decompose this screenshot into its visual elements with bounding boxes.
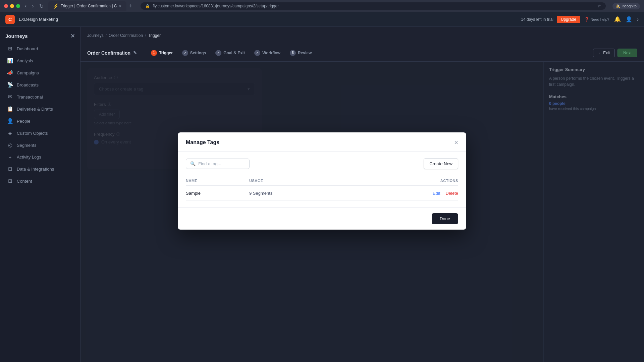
incognito-badge: 🕵 Incognito	[612, 3, 640, 9]
tags-table-header: NAME USAGE ACTIONS	[186, 176, 458, 186]
close-window-btn[interactable]	[4, 4, 8, 8]
sidebar-item-segments[interactable]: ◎ Segments	[0, 139, 80, 151]
upgrade-btn[interactable]: Upgrade	[557, 16, 580, 23]
sidebar-item-deliveries[interactable]: 📋 Deliveries & Drafts	[0, 103, 80, 115]
breadcrumb-sep1: /	[106, 33, 107, 38]
sidebar-item-transactional[interactable]: ✉ Transactional	[0, 91, 80, 103]
broadcasts-icon: 📡	[7, 82, 13, 88]
create-new-tag-btn[interactable]: Create New	[424, 158, 458, 169]
tag-search-box[interactable]: 🔍	[186, 159, 250, 169]
dialog-close-btn[interactable]: ×	[454, 139, 458, 146]
trigger-summary-title: Trigger Summary	[549, 67, 639, 72]
app-topbar: C LXDesign Marketing 14 days left in tri…	[0, 12, 644, 27]
tag-search-input[interactable]	[198, 161, 245, 166]
tags-table-body: Sample 9 Segments Edit Delete	[186, 186, 458, 201]
chevron-down-icon[interactable]: ›	[637, 16, 639, 22]
sidebar-item-label: Deliveries & Drafts	[17, 107, 53, 112]
breadcrumb-bar: Journeys / Order Confirmation / Trigger	[80, 27, 644, 44]
tags-table: NAME USAGE ACTIONS Sample 9 Segments Edi…	[186, 176, 458, 201]
app-logo: C	[5, 15, 15, 24]
org-name: LXDesign Marketing	[19, 17, 521, 22]
journey-title-bar: Order Confirmation ✎ 1 Trigger ✓ Setting…	[80, 44, 644, 62]
sidebar-close-btn[interactable]: ✕	[70, 33, 75, 39]
sidebar-item-label: Broadcasts	[17, 82, 39, 87]
manage-tags-dialog: Manage Tags × 🔍 Create New NAME USAGE	[178, 132, 466, 230]
step-tab-goal-exit[interactable]: ✓ Goal & Exit	[211, 48, 250, 58]
col-usage: USAGE	[249, 176, 349, 186]
tab-close-btn[interactable]: ×	[119, 3, 122, 9]
sidebar-item-dashboard[interactable]: ⊞ Dashboard	[0, 43, 80, 55]
step-num-1: 1	[151, 50, 157, 56]
breadcrumb-journeys[interactable]: Journeys	[87, 33, 104, 38]
tab-title: Trigger | Order Confirmation | C	[61, 4, 117, 8]
step-tabs: 1 Trigger ✓ Settings ✓ Goal & Exit ✓ Wor…	[146, 48, 590, 58]
bookmark-icon: ☆	[597, 4, 601, 8]
analytics-icon: 📊	[7, 58, 13, 64]
trial-badge: 14 days left in trial	[521, 17, 553, 22]
dialog-title: Manage Tags	[186, 139, 219, 145]
matches-title: Matches	[549, 94, 639, 99]
tag-action-buttons: Edit Delete	[349, 191, 458, 196]
notifications-icon[interactable]: 🔔	[614, 16, 621, 22]
maximize-window-btn[interactable]	[16, 4, 20, 8]
col-name: NAME	[186, 176, 249, 186]
sidebar-item-label: Transactional	[17, 95, 43, 100]
journey-name: Order Confirmation	[87, 50, 130, 56]
lock-icon: 🔒	[145, 4, 150, 8]
edit-journey-name-icon[interactable]: ✎	[133, 50, 137, 55]
browser-action-btns: 🕵 Incognito	[612, 3, 640, 9]
sidebar-item-label: Content	[17, 179, 32, 184]
exit-btn[interactable]: ← Exit	[593, 49, 615, 57]
address-bar[interactable]: 🔒 fly.customer.io/workspaces/160831/jour…	[141, 2, 606, 10]
help-icon[interactable]: ❓ Need help?	[584, 17, 609, 22]
content-icon: ⊞	[7, 178, 13, 184]
matches-desc: have received this campaign	[549, 106, 639, 112]
step-tab-trigger[interactable]: 1 Trigger	[146, 48, 177, 58]
step-label-settings: Settings	[190, 51, 206, 55]
delete-tag-link[interactable]: Delete	[445, 191, 458, 196]
sidebar-item-label: Analysis	[17, 58, 33, 63]
step-tab-settings[interactable]: ✓ Settings	[177, 48, 211, 58]
breadcrumb-order-confirmation[interactable]: Order Confirmation	[109, 33, 143, 38]
sidebar-item-campaigns[interactable]: 📣 Campaigns	[0, 67, 80, 79]
dialog-body: 🔍 Create New NAME USAGE ACTIONS Sample	[178, 152, 466, 207]
step-tab-workflow[interactable]: ✓ Workflow	[250, 48, 285, 58]
sidebar-item-activity-logs[interactable]: + Activity Logs	[0, 151, 80, 163]
next-btn[interactable]: Next	[618, 49, 637, 57]
done-btn[interactable]: Done	[432, 213, 458, 224]
sidebar-item-label: Segments	[17, 143, 37, 148]
custom-objects-icon: ◈	[7, 130, 13, 136]
step-label-workflow: Workflow	[262, 51, 280, 55]
active-tab[interactable]: ⚡ Trigger | Order Confirmation | C ×	[48, 1, 126, 11]
sidebar-item-analytics[interactable]: 📊 Analysis	[0, 55, 80, 67]
activity-logs-icon: +	[7, 154, 13, 160]
sidebar-item-data-integrations[interactable]: ⊟ Data & Integrations	[0, 163, 80, 175]
breadcrumb-trigger: Trigger	[148, 33, 161, 38]
sidebar-item-broadcasts[interactable]: 📡 Broadcasts	[0, 79, 80, 91]
tag-actions-cell: Edit Delete	[349, 186, 458, 201]
sidebar-item-content[interactable]: ⊞ Content	[0, 175, 80, 187]
dashboard-icon: ⊞	[7, 46, 13, 52]
sidebar-header: Journeys ✕	[0, 29, 80, 43]
sidebar-item-label: Dashboard	[17, 46, 38, 51]
edit-tag-link[interactable]: Edit	[433, 191, 440, 196]
sidebar-item-people[interactable]: 👤 People	[0, 115, 80, 127]
incognito-icon: 🕵	[616, 4, 621, 8]
tab-favicon: ⚡	[53, 3, 59, 9]
forward-btn[interactable]: ›	[30, 2, 36, 10]
browser-nav: ‹ › ↻	[23, 2, 46, 10]
back-btn[interactable]: ‹	[23, 2, 29, 10]
tab-bar: ⚡ Trigger | Order Confirmation | C × +	[48, 1, 134, 11]
url-text: fly.customer.io/workspaces/160831/journe…	[153, 4, 279, 8]
new-tab-btn[interactable]: +	[128, 3, 134, 10]
reload-btn[interactable]: ↻	[37, 2, 46, 10]
step-check-4: ✓	[254, 50, 260, 56]
step-tab-review[interactable]: 5 Review	[285, 48, 316, 58]
step-check-5: 5	[290, 50, 296, 56]
trigger-summary-desc: A person performs the chosen event. Trig…	[549, 75, 639, 87]
sidebar-item-custom-objects[interactable]: ◈ Custom Objects	[0, 127, 80, 139]
sidebar-item-label: Campaigns	[17, 70, 39, 75]
user-avatar-icon[interactable]: 👤	[626, 16, 632, 22]
sidebar-item-label: Data & Integrations	[17, 167, 54, 172]
minimize-window-btn[interactable]	[10, 4, 14, 8]
